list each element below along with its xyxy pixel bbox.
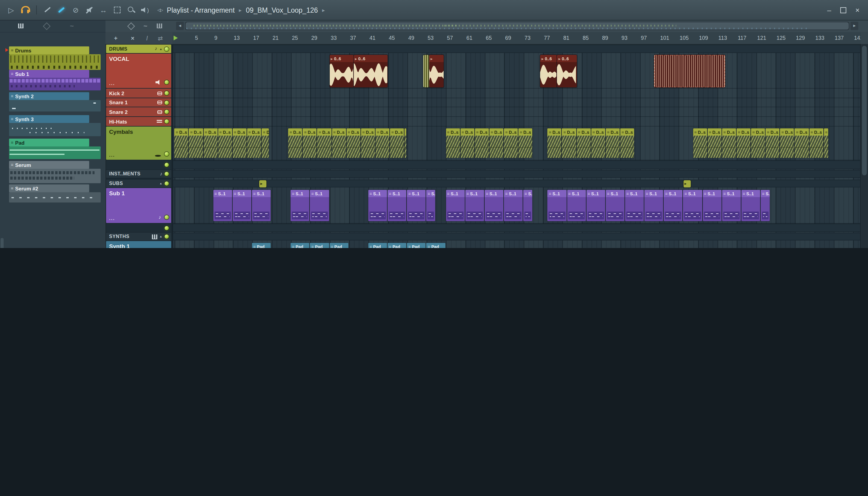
pattern-clip[interactable]: ≡D..s: [606, 128, 620, 158]
pattern-clip[interactable]: ≡Pad: [252, 243, 270, 248]
pattern-clip[interactable]: ≡D..s: [288, 128, 302, 158]
playback-tool-icon[interactable]: ): [140, 5, 150, 15]
grid-lane-kick2[interactable]: [172, 89, 861, 98]
grid-lane-snare1[interactable]: [172, 98, 861, 107]
mute-led[interactable]: [165, 91, 169, 95]
grid-lane-vocal[interactable]: [172, 53, 861, 89]
grid-lane-hihats[interactable]: [172, 117, 861, 127]
pattern-clip[interactable]: ≡D..s: [404, 128, 406, 158]
pattern-clip[interactable]: ≡D..s: [751, 128, 765, 158]
pattern-clip[interactable]: ≡D..s: [174, 128, 188, 158]
add-icon[interactable]: +: [111, 32, 120, 44]
mute-led[interactable]: [165, 110, 169, 114]
pattern-clip[interactable]: ≡D..s: [795, 128, 809, 158]
pattern-preview-pad[interactable]: [9, 146, 100, 159]
clip-sub[interactable]: ≡S..1≡S..1≡S..1≡S..1: [368, 190, 436, 221]
track-header-snare2[interactable]: Snare 2: [106, 107, 171, 116]
pattern-clip[interactable]: ≡S..1: [586, 190, 605, 221]
group-header-synths-group[interactable]: SYNTHS▲: [106, 233, 171, 241]
pattern-clip[interactable]: ≡S..1: [523, 190, 532, 221]
wand-icon[interactable]: [127, 22, 135, 30]
clip-audio[interactable]: ▸: [429, 55, 444, 88]
pattern-clip[interactable]: ≡D..s: [460, 128, 474, 158]
swap-icon[interactable]: ⇄: [156, 32, 165, 44]
grid-lane-f1[interactable]: [172, 160, 861, 169]
pattern-preview-drums[interactable]: [9, 54, 100, 70]
pattern-clip[interactable]: ≡D..s: [262, 128, 269, 158]
track-options[interactable]: ...: [109, 153, 115, 158]
timeline-ruler[interactable]: 5913172125293337414549535761656973778185…: [172, 32, 861, 44]
pattern-clip[interactable]: ≡D..s: [809, 128, 823, 158]
pattern-clip[interactable]: ≡Pad: [291, 243, 310, 248]
select-tool-icon[interactable]: [112, 5, 122, 15]
pattern-clip[interactable]: ≡D..s: [591, 128, 605, 158]
track-header-cymbals[interactable]: Cymbals...: [106, 127, 171, 160]
grid-lane-drums-group[interactable]: [172, 45, 861, 53]
playlist-grid[interactable]: ▸0..6▸0..6▸▸0..6▸0..6▸▸≡D..s≡D..s≡D..s≡D…: [172, 44, 861, 248]
pattern-clip[interactable]: ≡S..1: [213, 190, 232, 221]
pattern-clip[interactable]: ≡S..1: [567, 190, 586, 221]
pattern-clip[interactable]: ≡D..s: [490, 128, 503, 158]
pattern-clip[interactable]: ≡S..1: [645, 190, 663, 221]
mute-led[interactable]: [165, 226, 169, 230]
pattern-clip[interactable]: ≡Pad: [427, 243, 445, 248]
pattern-item-sub-1[interactable]: ≡Sub 1: [9, 70, 89, 78]
clip-striped-pattern[interactable]: [423, 55, 430, 88]
pattern-clip[interactable]: ≡S..1: [388, 190, 406, 221]
track-options[interactable]: ...: [109, 81, 115, 86]
mute-led[interactable]: [165, 119, 169, 124]
paint-tool-icon[interactable]: [57, 5, 67, 15]
track-options[interactable]: ...: [109, 216, 115, 221]
pattern-clip[interactable]: ≡S..1: [683, 190, 702, 221]
minimize-button[interactable]: –: [827, 6, 831, 14]
pattern-preview-sub-1[interactable]: [9, 78, 100, 90]
clip-audio[interactable]: ▸0..6: [329, 55, 354, 88]
track-header-hihats[interactable]: Hi-Hats: [106, 117, 171, 126]
clip-sub[interactable]: ≡S..1≡S..1≡S..1≡S..1≡S..1≡S..1≡S..1≡S..1…: [548, 190, 771, 221]
clip-cym[interactable]: ≡D..s≡D..s≡D..s≡D..s≡D..s≡D..s≡D..s≡D..s…: [288, 128, 407, 158]
slip-tool-icon[interactable]: ↔: [98, 5, 108, 15]
mute-tool-icon[interactable]: [84, 5, 95, 15]
pattern-clip[interactable]: ≡D..s: [737, 128, 750, 158]
pattern-clip[interactable]: ≡D..s: [317, 128, 331, 158]
clip-pad[interactable]: ≡Pad: [252, 243, 271, 248]
pattern-clip[interactable]: ≡D..s: [332, 128, 346, 158]
pattern-clip[interactable]: ≡S..1: [664, 190, 683, 221]
pattern-clip[interactable]: ≡D..s: [518, 128, 532, 158]
pattern-clip[interactable]: ≡S..1: [761, 190, 770, 221]
pattern-clip[interactable]: ≡D..s: [576, 128, 590, 158]
pattern-clip[interactable]: ≡S..1: [368, 190, 387, 221]
pattern-clip[interactable]: ≡D..s: [722, 128, 736, 158]
grid-lane-synths-group[interactable]: [172, 233, 861, 241]
pattern-clip[interactable]: ≡S..1: [485, 190, 503, 221]
pattern-clip[interactable]: ≡D..s: [707, 128, 721, 158]
pattern-clip[interactable]: ≡D..s: [218, 128, 232, 158]
pattern-item-serum[interactable]: ≡Serum: [9, 161, 89, 169]
pattern-preview-serum[interactable]: [9, 169, 100, 183]
pattern-preview-serum-2[interactable]: [9, 192, 100, 202]
pattern-clip[interactable]: ≡S..1: [606, 190, 624, 221]
track-header-kick2[interactable]: Kick 2: [106, 89, 171, 98]
pattern-preview-synth-3[interactable]: [9, 123, 100, 136]
clip-audio[interactable]: ▸0..6: [354, 55, 388, 88]
clip-sub[interactable]: ≡S..1≡S..1: [291, 190, 330, 221]
cut-icon[interactable]: ×: [128, 32, 137, 44]
track-header-snare1[interactable]: Snare 1: [106, 98, 171, 107]
pattern-item-serum-2[interactable]: ≡Serum #2: [9, 184, 89, 192]
grid-lane-inst-group[interactable]: [172, 170, 861, 178]
grid-lane-subs-group[interactable]: [172, 180, 861, 187]
delete-tool-icon[interactable]: ⊘: [71, 5, 81, 15]
pattern-clip[interactable]: ≡D..s: [824, 128, 828, 158]
clip-sub[interactable]: ≡S..1≡S..1≡S..1≡S..1≡S..1: [446, 190, 533, 221]
pattern-clip[interactable]: ≡S..1: [427, 190, 435, 221]
clip-audio[interactable]: ▸0..6: [540, 55, 557, 88]
pattern-clip[interactable]: ≡S..1: [233, 190, 251, 221]
picker-scrollbar[interactable]: [1, 238, 4, 248]
pattern-clip[interactable]: ≡D..s: [233, 128, 247, 158]
mute-led[interactable]: [165, 100, 169, 105]
pattern-item-synth-2[interactable]: ≡Synth 2: [9, 92, 89, 100]
scrollbar-track[interactable]: [185, 21, 849, 30]
vertical-scrollbar[interactable]: [860, 44, 868, 248]
horizontal-scrollbar[interactable]: ◂ ▸: [176, 21, 858, 30]
slide-icon[interactable]: ~: [143, 22, 148, 30]
